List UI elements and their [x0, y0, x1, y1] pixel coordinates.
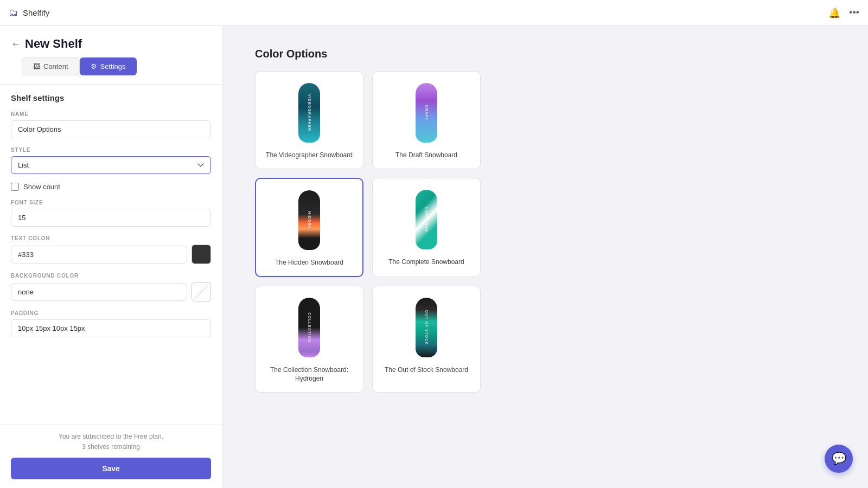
text-color-swatch[interactable] [192, 245, 211, 264]
product-image-area-6: OUT OF STOCK [381, 295, 471, 360]
font-size-label: FONT SIZE [11, 200, 211, 206]
board-text-2: DRAFT [425, 105, 429, 121]
content-tab-icon: 🖼 [33, 62, 40, 70]
snowboard-wrapper-4: COMPLETE [416, 190, 437, 249]
snowboard-3: HIDDEN [298, 190, 320, 250]
product-card-2[interactable]: DRAFT The Draft Snowboard [372, 71, 481, 169]
padding-input[interactable] [11, 319, 211, 337]
snowboard-wrapper-2: DRAFT [416, 83, 437, 143]
font-size-input[interactable] [11, 209, 211, 227]
main-content: Color Options VIDEOGRAPHER The Videograp… [222, 26, 868, 488]
product-image-area-4: COMPLETE [381, 187, 471, 252]
name-input[interactable] [11, 120, 211, 138]
more-icon[interactable]: ••• [849, 7, 859, 18]
bg-color-label: BACKGROUND COLOR [11, 273, 211, 279]
logo-icon: 🗂 [9, 7, 18, 18]
bg-color-swatch[interactable] [192, 282, 211, 301]
product-name-2: The Draft Snowboard [395, 151, 457, 160]
topbar-left: 🗂 Shelfify [9, 7, 49, 18]
name-label: NAME [11, 111, 211, 117]
sidebar-scroll: Shelf settings NAME STYLE List Grid Caro… [0, 85, 222, 425]
product-name-4: The Complete Snowboard [388, 258, 464, 267]
product-name-3: The Hidden Snowboard [275, 258, 343, 267]
settings-tab-label: Settings [100, 62, 126, 70]
bg-color-field-group: BACKGROUND COLOR [11, 273, 211, 301]
tab-bar: 🖼 Content ⚙ Settings [11, 57, 211, 75]
text-color-row [11, 245, 211, 264]
product-image-area-2: DRAFT [381, 80, 471, 145]
snowboard-5: COLLECTION [298, 298, 320, 357]
bell-icon[interactable]: 🔔 [828, 7, 840, 19]
padding-label: PADDING [11, 310, 211, 316]
product-card-6[interactable]: OUT OF STOCK The Out of Stock Snowboard [372, 286, 481, 393]
text-color-label: TEXT COLOR [11, 235, 211, 241]
settings-tab-icon: ⚙ [91, 62, 97, 70]
style-label: STYLE [11, 147, 211, 153]
board-text-4: COMPLETE [425, 207, 429, 232]
snowboard-1: VIDEOGRAPHER [298, 83, 320, 143]
topbar-right: 🔔 ••• [828, 7, 859, 19]
topbar: 🗂 Shelfify 🔔 ••• [0, 0, 868, 26]
snowboard-wrapper-6: OUT OF STOCK [416, 298, 437, 357]
save-button[interactable]: Save [11, 458, 211, 479]
content-tab-label: Content [43, 62, 68, 70]
product-grid: VIDEOGRAPHER The Videographer Snowboard … [255, 71, 835, 393]
back-link[interactable]: ← New Shelf [11, 37, 211, 51]
snowboard-wrapper-1: VIDEOGRAPHER [298, 83, 320, 143]
style-select[interactable]: List Grid Carousel [11, 156, 211, 174]
show-count-label: Show count [23, 183, 60, 191]
product-image-area-3: HIDDEN [265, 188, 354, 253]
sidebar-footer: You are subscribed to the Free plan. 3 s… [0, 425, 222, 488]
product-card-4[interactable]: COMPLETE The Complete Snowboard [372, 178, 481, 277]
product-name-1: The Videographer Snowboard [266, 151, 353, 160]
snowboard-4: COMPLETE [416, 190, 437, 249]
show-count-row: Show count [11, 183, 211, 191]
product-card-1[interactable]: VIDEOGRAPHER The Videographer Snowboard [255, 71, 363, 169]
app-name: Shelfify [23, 8, 49, 17]
sidebar-header: ← New Shelf 🖼 Content ⚙ Settings [0, 26, 222, 85]
name-field-group: NAME [11, 111, 211, 138]
back-arrow-icon[interactable]: ← [11, 38, 21, 50]
product-name-5: The Collection Snowboard: Hydrogen [264, 365, 354, 384]
board-text-1: VIDEOGRAPHER [308, 94, 311, 132]
shelf-title: Color Options [255, 48, 835, 60]
padding-field-group: PADDING [11, 310, 211, 337]
product-card-3[interactable]: HIDDEN The Hidden Snowboard [255, 178, 363, 277]
main-layout: ← New Shelf 🖼 Content ⚙ Settings Shelf s… [0, 26, 868, 488]
chat-button[interactable]: 💬 [825, 445, 853, 473]
sidebar: ← New Shelf 🖼 Content ⚙ Settings Shelf s… [0, 26, 222, 488]
product-image-area-1: VIDEOGRAPHER [264, 80, 354, 145]
chat-icon: 💬 [832, 452, 846, 466]
board-text-3: HIDDEN [308, 211, 311, 229]
snowboard-wrapper-5: COLLECTION [298, 298, 320, 357]
plan-info: You are subscribed to the Free plan. 3 s… [11, 432, 211, 452]
product-image-area-5: COLLECTION [264, 295, 354, 360]
board-text-5: COLLECTION [308, 312, 311, 343]
product-card-5[interactable]: COLLECTION The Collection Snowboard: Hyd… [255, 286, 363, 393]
snowboard-wrapper-3: HIDDEN [298, 190, 320, 250]
snowboard-2: DRAFT [416, 83, 437, 143]
snowboard-6: OUT OF STOCK [416, 298, 437, 357]
text-color-field-group: TEXT COLOR [11, 235, 211, 264]
tab-settings[interactable]: ⚙ Settings [80, 57, 137, 75]
board-text-6: OUT OF STOCK [425, 310, 429, 345]
tab-content[interactable]: 🖼 Content [22, 57, 80, 75]
plan-line2: 3 shelves remaining [11, 442, 211, 452]
product-name-6: The Out of Stock Snowboard [385, 365, 468, 375]
text-color-input[interactable] [11, 246, 187, 264]
bg-color-input[interactable] [11, 283, 187, 301]
bg-color-row [11, 282, 211, 301]
show-count-checkbox[interactable] [11, 183, 19, 191]
page-title: New Shelf [25, 37, 82, 51]
font-size-field-group: FONT SIZE [11, 200, 211, 227]
style-field-group: STYLE List Grid Carousel [11, 147, 211, 174]
plan-line1: You are subscribed to the Free plan. [11, 432, 211, 442]
shelf-settings-label: Shelf settings [11, 93, 211, 102]
